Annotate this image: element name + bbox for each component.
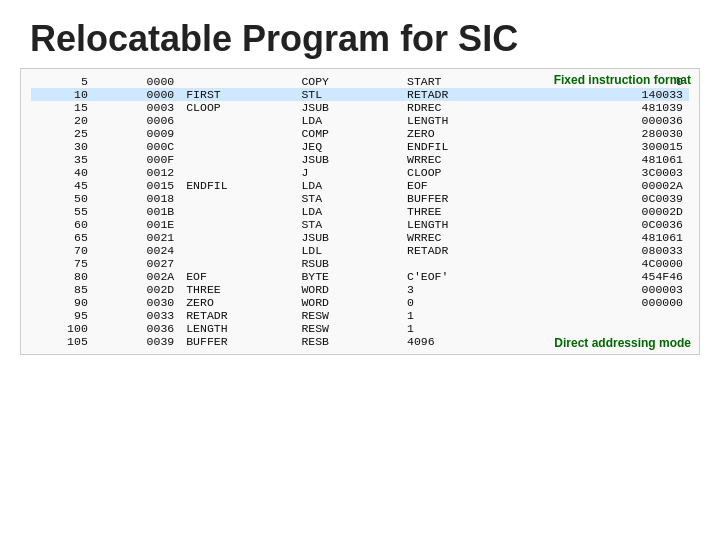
operand: BUFFER [401,192,555,205]
address: 0000 [94,88,180,101]
operand: LENGTH [401,114,555,127]
label: BUFFER [180,335,295,348]
line-number: 60 [31,218,94,231]
operand: CLOOP [401,166,555,179]
label [180,205,295,218]
table-row: 80 002A EOF BYTE C'EOF' 454F46 [31,270,689,283]
table-row: 50 0018 STA BUFFER 0C0039 [31,192,689,205]
opcode: RESB [295,335,401,348]
address: 0012 [94,166,180,179]
line-number: 40 [31,166,94,179]
operand: WRREC [401,153,555,166]
object-code: 00002D [555,205,689,218]
table-row: 60 001E STA LENGTH 0C0036 [31,218,689,231]
line-number: 105 [31,335,94,348]
object-code: 3C0003 [555,166,689,179]
address: 0024 [94,244,180,257]
address: 0018 [94,192,180,205]
address: 002A [94,270,180,283]
address: 0009 [94,127,180,140]
line-number: 35 [31,153,94,166]
opcode: RSUB [295,257,401,270]
address: 0036 [94,322,180,335]
label [180,218,295,231]
operand: RETADR [401,244,555,257]
operand: THREE [401,205,555,218]
line-number: 80 [31,270,94,283]
label [180,166,295,179]
assembly-table: 5 0000 COPY START 0 10 0000 FIRST STL RE… [31,75,689,348]
line-number: 75 [31,257,94,270]
table-row: 10 0000 FIRST STL RETADR 140033 [31,88,689,101]
opcode: JSUB [295,231,401,244]
operand: LENGTH [401,218,555,231]
address: 001B [94,205,180,218]
operand: ZERO [401,127,555,140]
opcode: LDL [295,244,401,257]
opcode: BYTE [295,270,401,283]
table-row: 15 0003 CLOOP JSUB RDREC 481039 [31,101,689,114]
table-row: 100 0036 LENGTH RESW 1 [31,322,689,335]
line-number: 55 [31,205,94,218]
label: RETADR [180,309,295,322]
object-code: 300015 [555,140,689,153]
opcode: STA [295,192,401,205]
label: LENGTH [180,322,295,335]
fixed-instruction-label: Fixed instruction format [554,73,691,87]
label [180,231,295,244]
address: 0003 [94,101,180,114]
operand: 1 [401,322,555,335]
operand: C'EOF' [401,270,555,283]
object-code [555,309,689,322]
object-code: 280030 [555,127,689,140]
operand: RDREC [401,101,555,114]
operand: ENDFIL [401,140,555,153]
address: 0030 [94,296,180,309]
line-number: 5 [31,75,94,88]
line-number: 65 [31,231,94,244]
label [180,140,295,153]
object-code: 4C0000 [555,257,689,270]
object-code: 454F46 [555,270,689,283]
table-row: 75 0027 RSUB 4C0000 [31,257,689,270]
operand: START [401,75,555,88]
table-row: 90 0030 ZERO WORD 0 000000 [31,296,689,309]
address: 000C [94,140,180,153]
object-code [555,322,689,335]
object-code: 481061 [555,231,689,244]
operand: 3 [401,283,555,296]
object-code: 000003 [555,283,689,296]
operand: 4096 [401,335,555,348]
table-row: 20 0006 LDA LENGTH 000036 [31,114,689,127]
object-code: 0C0039 [555,192,689,205]
opcode: STL [295,88,401,101]
opcode: LDA [295,114,401,127]
opcode: WORD [295,296,401,309]
object-code: 481061 [555,153,689,166]
operand: RETADR [401,88,555,101]
operand: WRREC [401,231,555,244]
opcode: RESW [295,322,401,335]
opcode: RESW [295,309,401,322]
opcode: COMP [295,127,401,140]
address: 0039 [94,335,180,348]
opcode: J [295,166,401,179]
operand: 1 [401,309,555,322]
operand [401,257,555,270]
line-number: 45 [31,179,94,192]
label: CLOOP [180,101,295,114]
table-row: 35 000F JSUB WRREC 481061 [31,153,689,166]
table-row: 40 0012 J CLOOP 3C0003 [31,166,689,179]
address: 0015 [94,179,180,192]
address: 0021 [94,231,180,244]
opcode: STA [295,218,401,231]
opcode: LDA [295,179,401,192]
line-number: 20 [31,114,94,127]
line-number: 100 [31,322,94,335]
table-row: 85 002D THREE WORD 3 000003 [31,283,689,296]
line-number: 10 [31,88,94,101]
object-code: 481039 [555,101,689,114]
label: EOF [180,270,295,283]
operand: 0 [401,296,555,309]
table-row: 95 0033 RETADR RESW 1 [31,309,689,322]
